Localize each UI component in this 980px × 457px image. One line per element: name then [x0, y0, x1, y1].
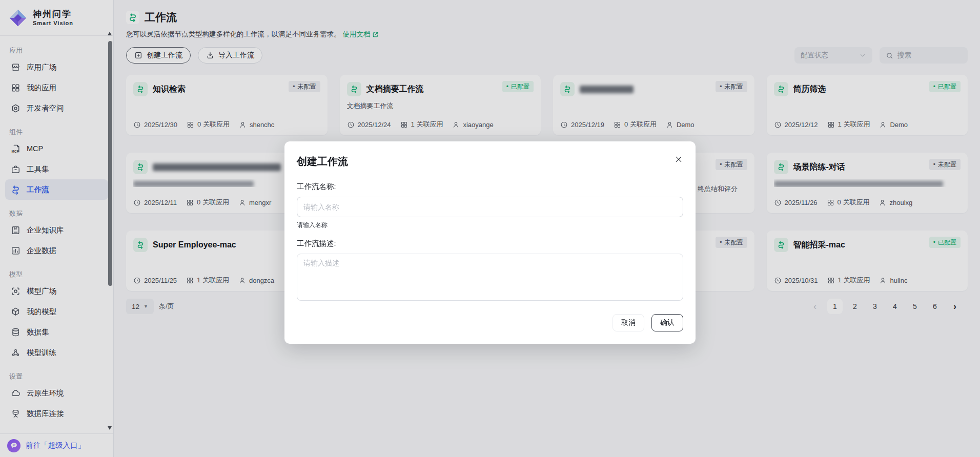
- workflow-desc-label: 工作流描述:: [297, 239, 683, 248]
- confirm-button[interactable]: 确认: [651, 314, 683, 331]
- create-workflow-modal: 创建工作流 工作流名称: 请输入名称 工作流描述: 取消 确认: [284, 141, 696, 344]
- workflow-name-label: 工作流名称:: [297, 182, 683, 192]
- modal-title: 创建工作流: [297, 155, 683, 169]
- workflow-desc-textarea[interactable]: [297, 254, 683, 301]
- name-helper-text: 请输入名称: [297, 221, 683, 230]
- workflow-name-input[interactable]: [297, 197, 683, 217]
- cancel-button[interactable]: 取消: [612, 314, 644, 331]
- close-icon[interactable]: [673, 154, 684, 165]
- modal-footer: 取消 确认: [297, 314, 683, 331]
